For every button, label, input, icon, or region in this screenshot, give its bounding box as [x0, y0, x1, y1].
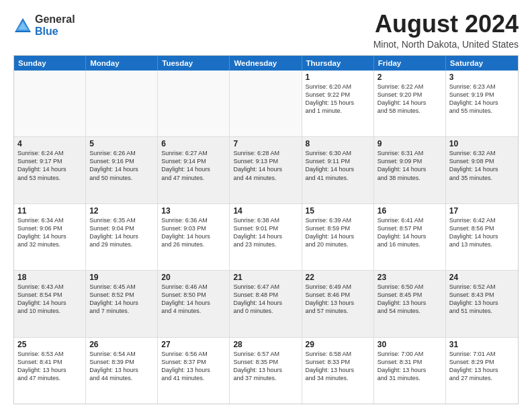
cell-text: Sunrise: 6:52 AMSunset: 8:43 PMDaylight:… [449, 283, 515, 316]
calendar-cell: 13Sunrise: 6:36 AMSunset: 9:03 PMDayligh… [158, 204, 230, 270]
calendar-cell: 24Sunrise: 6:52 AMSunset: 8:43 PMDayligh… [446, 271, 518, 336]
cell-text: Sunrise: 6:54 AMSunset: 8:39 PMDaylight:… [89, 350, 154, 383]
day-number: 9 [378, 139, 442, 148]
calendar-cell [158, 71, 230, 136]
weekday-header: Monday [86, 56, 158, 71]
day-number: 19 [89, 273, 154, 282]
calendar-cell: 6Sunrise: 6:27 AMSunset: 9:14 PMDaylight… [158, 137, 230, 203]
day-number: 14 [233, 206, 298, 216]
calendar-cell: 18Sunrise: 6:43 AMSunset: 8:54 PMDayligh… [14, 271, 86, 336]
calendar: SundayMondayTuesdayWednesdayThursdayFrid… [13, 55, 519, 404]
logo: General Blue [13, 13, 75, 37]
calendar-row: 25Sunrise: 6:53 AMSunset: 8:41 PMDayligh… [14, 337, 518, 404]
day-number: 12 [89, 206, 154, 216]
cell-text: Sunrise: 6:46 AMSunset: 8:50 PMDaylight:… [161, 283, 226, 316]
day-number: 31 [449, 340, 515, 349]
day-number: 10 [449, 139, 515, 148]
calendar-cell: 1Sunrise: 6:20 AMSunset: 9:22 PMDaylight… [302, 71, 374, 136]
cell-text: Sunrise: 6:49 AMSunset: 8:46 PMDaylight:… [306, 283, 370, 316]
weekday-header: Saturday [446, 56, 518, 71]
day-number: 2 [378, 73, 442, 82]
calendar-row: 4Sunrise: 6:24 AMSunset: 9:17 PMDaylight… [14, 136, 518, 203]
cell-text: Sunrise: 6:27 AMSunset: 9:14 PMDaylight:… [161, 149, 226, 182]
cell-text: Sunrise: 6:42 AMSunset: 8:56 PMDaylight:… [449, 216, 515, 249]
cell-text: Sunrise: 6:23 AMSunset: 9:19 PMDaylight:… [449, 83, 515, 116]
cell-text: Sunrise: 6:58 AMSunset: 8:33 PMDaylight:… [306, 350, 370, 383]
cell-text: Sunrise: 6:28 AMSunset: 9:13 PMDaylight:… [233, 149, 298, 182]
calendar-cell [86, 71, 158, 136]
logo-text: General Blue [35, 13, 75, 37]
weekday-header: Thursday [302, 56, 374, 71]
day-number: 21 [233, 273, 298, 282]
page: General Blue August 2024 Minot, North Da… [0, 0, 532, 411]
day-number: 30 [378, 340, 442, 349]
cell-text: Sunrise: 7:01 AMSunset: 8:29 PMDaylight:… [449, 350, 515, 383]
day-number: 18 [17, 273, 82, 282]
day-number: 20 [161, 273, 226, 282]
calendar-cell: 28Sunrise: 6:57 AMSunset: 8:35 PMDayligh… [230, 338, 302, 404]
day-number: 26 [89, 340, 154, 349]
calendar-cell: 10Sunrise: 6:32 AMSunset: 9:08 PMDayligh… [446, 137, 518, 203]
cell-text: Sunrise: 6:22 AMSunset: 9:20 PMDaylight:… [378, 83, 442, 116]
calendar-cell [14, 71, 86, 136]
day-number: 24 [449, 273, 515, 282]
weekday-header: Sunday [14, 56, 86, 71]
calendar-cell: 4Sunrise: 6:24 AMSunset: 9:17 PMDaylight… [14, 137, 86, 203]
calendar-row: 1Sunrise: 6:20 AMSunset: 9:22 PMDaylight… [14, 71, 518, 136]
calendar-row: 18Sunrise: 6:43 AMSunset: 8:54 PMDayligh… [14, 270, 518, 336]
logo-general: General [35, 13, 75, 26]
cell-text: Sunrise: 6:41 AMSunset: 8:57 PMDaylight:… [378, 216, 442, 249]
cell-text: Sunrise: 6:24 AMSunset: 9:17 PMDaylight:… [17, 149, 82, 182]
calendar-cell: 27Sunrise: 6:56 AMSunset: 8:37 PMDayligh… [158, 338, 230, 404]
calendar-cell: 16Sunrise: 6:41 AMSunset: 8:57 PMDayligh… [374, 204, 446, 270]
calendar-cell: 19Sunrise: 6:45 AMSunset: 8:52 PMDayligh… [86, 271, 158, 336]
day-number: 22 [306, 273, 370, 282]
calendar-cell: 5Sunrise: 6:26 AMSunset: 9:16 PMDaylight… [86, 137, 158, 203]
logo-blue: Blue [35, 26, 75, 38]
day-number: 7 [233, 139, 298, 148]
calendar-body: 1Sunrise: 6:20 AMSunset: 9:22 PMDaylight… [14, 71, 518, 404]
day-number: 28 [233, 340, 298, 349]
calendar-cell: 12Sunrise: 6:35 AMSunset: 9:04 PMDayligh… [86, 204, 158, 270]
calendar-cell: 25Sunrise: 6:53 AMSunset: 8:41 PMDayligh… [14, 338, 86, 404]
cell-text: Sunrise: 6:36 AMSunset: 9:03 PMDaylight:… [161, 216, 226, 249]
cell-text: Sunrise: 6:34 AMSunset: 9:06 PMDaylight:… [17, 216, 82, 249]
calendar-cell: 22Sunrise: 6:49 AMSunset: 8:46 PMDayligh… [302, 271, 374, 336]
day-number: 15 [306, 206, 370, 216]
calendar-cell: 11Sunrise: 6:34 AMSunset: 9:06 PMDayligh… [14, 204, 86, 270]
cell-text: Sunrise: 6:53 AMSunset: 8:41 PMDaylight:… [17, 350, 82, 383]
day-number: 6 [161, 139, 226, 148]
weekday-header: Tuesday [158, 56, 230, 71]
cell-text: Sunrise: 6:56 AMSunset: 8:37 PMDaylight:… [161, 350, 226, 383]
cell-text: Sunrise: 6:57 AMSunset: 8:35 PMDaylight:… [233, 350, 298, 383]
day-number: 4 [17, 139, 82, 148]
calendar-cell: 15Sunrise: 6:39 AMSunset: 8:59 PMDayligh… [302, 204, 374, 270]
calendar-cell: 31Sunrise: 7:01 AMSunset: 8:29 PMDayligh… [446, 338, 518, 404]
calendar-cell: 17Sunrise: 6:42 AMSunset: 8:56 PMDayligh… [446, 204, 518, 270]
weekday-header: Friday [374, 56, 446, 71]
cell-text: Sunrise: 6:32 AMSunset: 9:08 PMDaylight:… [449, 149, 515, 182]
calendar-cell: 7Sunrise: 6:28 AMSunset: 9:13 PMDaylight… [230, 137, 302, 203]
cell-text: Sunrise: 7:00 AMSunset: 8:31 PMDaylight:… [378, 350, 442, 383]
cell-text: Sunrise: 6:39 AMSunset: 8:59 PMDaylight:… [306, 216, 370, 249]
day-number: 1 [306, 73, 370, 82]
calendar-cell: 23Sunrise: 6:50 AMSunset: 8:45 PMDayligh… [374, 271, 446, 336]
calendar-cell: 30Sunrise: 7:00 AMSunset: 8:31 PMDayligh… [374, 338, 446, 404]
calendar-cell: 2Sunrise: 6:22 AMSunset: 9:20 PMDaylight… [374, 71, 446, 136]
location: Minot, North Dakota, United States [373, 39, 519, 50]
cell-text: Sunrise: 6:43 AMSunset: 8:54 PMDaylight:… [17, 283, 82, 316]
cell-text: Sunrise: 6:20 AMSunset: 9:22 PMDaylight:… [306, 83, 370, 116]
calendar-cell: 26Sunrise: 6:54 AMSunset: 8:39 PMDayligh… [86, 338, 158, 404]
cell-text: Sunrise: 6:38 AMSunset: 9:01 PMDaylight:… [233, 216, 298, 249]
calendar-header: SundayMondayTuesdayWednesdayThursdayFrid… [14, 56, 518, 71]
day-number: 13 [161, 206, 226, 216]
calendar-cell: 8Sunrise: 6:30 AMSunset: 9:11 PMDaylight… [302, 137, 374, 203]
calendar-cell: 21Sunrise: 6:47 AMSunset: 8:48 PMDayligh… [230, 271, 302, 336]
calendar-cell [230, 71, 302, 136]
cell-text: Sunrise: 6:35 AMSunset: 9:04 PMDaylight:… [89, 216, 154, 249]
day-number: 17 [449, 206, 515, 216]
cell-text: Sunrise: 6:50 AMSunset: 8:45 PMDaylight:… [378, 283, 442, 316]
calendar-cell: 9Sunrise: 6:31 AMSunset: 9:09 PMDaylight… [374, 137, 446, 203]
cell-text: Sunrise: 6:47 AMSunset: 8:48 PMDaylight:… [233, 283, 298, 316]
day-number: 11 [17, 206, 82, 216]
